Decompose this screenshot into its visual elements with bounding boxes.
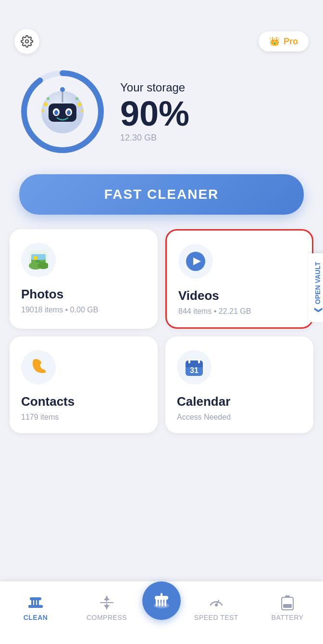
svg-marker-42 [104, 605, 110, 609]
nav-clean-label: CLEAN [24, 614, 48, 621]
speedometer-icon [208, 594, 224, 611]
storage-percent: 90% [120, 96, 304, 131]
svg-rect-47 [162, 599, 163, 606]
svg-point-11 [44, 103, 48, 106]
videos-icon-wrap [178, 244, 213, 279]
pro-button[interactable]: 👑 Pro [259, 31, 309, 52]
svg-rect-45 [156, 599, 158, 606]
robot-mascot [36, 84, 89, 139]
compress-icon [99, 594, 115, 611]
svg-rect-54 [285, 595, 290, 598]
nav-center-button[interactable] [142, 581, 181, 620]
calendar-subtitle: Access Needed [177, 413, 302, 422]
svg-rect-31 [188, 359, 190, 363]
svg-rect-35 [31, 599, 33, 606]
calendar-icon: 31 [184, 357, 205, 378]
svg-rect-36 [34, 599, 36, 606]
svg-rect-46 [159, 599, 161, 606]
fast-cleaner-wrap: FAST CLEANER [0, 169, 323, 229]
svg-point-10 [60, 87, 65, 92]
cards-grid: Photos 19018 items • 0.00 GB Videos 844 … [0, 229, 323, 433]
svg-point-0 [25, 40, 29, 43]
nav-compress-label: COMPRESS [87, 614, 127, 621]
storage-section: Your storage 90% 12.30 GB [0, 64, 323, 169]
storage-label: Your storage [120, 81, 304, 94]
fast-cleaner-button[interactable]: FAST CLEANER [19, 174, 304, 215]
photos-title: Photos [21, 287, 146, 302]
broom-white-icon [151, 590, 172, 611]
svg-rect-22 [31, 254, 46, 260]
gear-icon [21, 35, 33, 48]
svg-text:31: 31 [190, 366, 199, 374]
photos-icon-wrap [21, 243, 56, 277]
svg-point-7 [54, 110, 58, 115]
storage-gb: 12.30 GB [120, 133, 304, 143]
open-vault-label: OPEN VAULT [314, 262, 322, 304]
svg-rect-4 [49, 103, 76, 122]
photo-icon [29, 250, 48, 270]
nav-battery[interactable]: BATTERY [252, 594, 323, 621]
svg-point-23 [34, 256, 37, 260]
chevron-left-icon: ❮ [313, 307, 322, 313]
nav-battery-label: BATTERY [272, 614, 304, 621]
bottom-navigation: CLEAN COMPRESS SPEED TEST [0, 581, 323, 644]
svg-rect-55 [283, 604, 292, 608]
contacts-title: Contacts [21, 394, 146, 409]
svg-point-12 [41, 109, 44, 112]
phone-icon [28, 357, 49, 378]
header: 👑 Pro [0, 0, 323, 64]
battery-icon [281, 594, 294, 611]
svg-rect-50 [161, 593, 162, 597]
videos-card[interactable]: Videos 844 items • 22.21 GB [165, 229, 313, 329]
svg-rect-32 [198, 359, 200, 363]
nav-speed-test[interactable]: SPEED TEST [181, 594, 252, 621]
calendar-card[interactable]: 31 Calendar Access Needed [165, 336, 313, 433]
crown-icon: 👑 [269, 36, 280, 47]
svg-point-15 [47, 97, 50, 100]
nav-speed-test-label: SPEED TEST [194, 614, 238, 621]
storage-circle [19, 68, 106, 155]
nav-clean[interactable]: CLEAN [0, 594, 71, 621]
svg-rect-48 [164, 599, 166, 606]
svg-rect-38 [30, 597, 41, 600]
svg-point-13 [77, 103, 81, 106]
settings-button[interactable] [14, 29, 39, 54]
nav-compress[interactable]: COMPRESS [71, 594, 142, 621]
calendar-icon-wrap: 31 [177, 350, 211, 385]
storage-info: Your storage 90% 12.30 GB [120, 81, 304, 143]
video-icon [185, 251, 206, 272]
contacts-icon-wrap [21, 350, 56, 385]
photos-card[interactable]: Photos 19018 items • 0.00 GB [10, 229, 158, 329]
broom-icon [27, 594, 44, 611]
photos-subtitle: 19018 items • 0.00 GB [21, 306, 146, 314]
videos-title: Videos [178, 288, 300, 303]
svg-point-8 [67, 110, 71, 115]
svg-point-14 [81, 109, 84, 112]
pro-label: Pro [284, 37, 298, 47]
svg-rect-37 [37, 599, 39, 606]
open-vault-tab[interactable]: ❮ OPEN VAULT [308, 253, 323, 322]
contacts-subtitle: 1179 items [21, 413, 146, 422]
svg-point-16 [75, 97, 78, 100]
contacts-card[interactable]: Contacts 1179 items [10, 336, 158, 433]
calendar-title: Calendar [177, 394, 302, 409]
svg-marker-40 [104, 596, 110, 600]
videos-subtitle: 844 items • 22.21 GB [178, 307, 300, 316]
svg-rect-53 [282, 597, 293, 610]
